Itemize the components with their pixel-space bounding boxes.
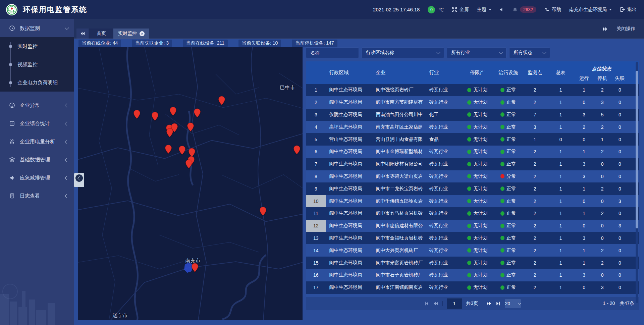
map-roads-decoration	[78, 47, 303, 320]
cell-offline: 0	[611, 133, 629, 146]
tab-首页[interactable]: 首页	[89, 29, 113, 39]
prev-page-button[interactable]	[433, 301, 438, 306]
table-row[interactable]: 14阆中生态环境局阆中大兴页岩机砖厂砖瓦行业无计划正常21120	[306, 244, 639, 257]
log-view-icon	[9, 193, 15, 199]
forward-tabs-icon[interactable]	[603, 26, 608, 32]
status-select[interactable]: 所有状态	[509, 47, 550, 58]
sidebar-item-power-analysis[interactable]: 企业用电量分析	[0, 132, 74, 151]
map[interactable]: 巴中市 南充市 遂宁市	[78, 47, 303, 320]
cell-stopped: 0	[594, 220, 611, 232]
cell-total-meter: 1	[547, 220, 574, 232]
table-row[interactable]: 11阆中生态环境局阆中市五马桥页岩机砖砖瓦行业无计划正常21120	[306, 207, 639, 220]
map-marker[interactable]	[293, 145, 301, 156]
map-marker[interactable]	[260, 207, 267, 217]
sidebar-subitem[interactable]: 实时监控	[0, 37, 74, 55]
sidebar-item-base-data[interactable]: 基础数据管理	[0, 151, 74, 169]
sidebar-item-emergency-reduction[interactable]: 应急减排管理	[0, 169, 74, 187]
notification-area[interactable]: 2632	[513, 6, 536, 13]
sidebar-item-data-monitor[interactable]: 数据监测	[0, 19, 74, 37]
table-row[interactable]: 18南部生态环境局南部县砌化小河有限公建材加工无计划正常60060	[306, 294, 639, 297]
city-label-suining: 遂宁市	[113, 313, 128, 319]
map-marker[interactable]	[192, 263, 199, 274]
map-marker[interactable]	[165, 145, 172, 155]
status-dot-green	[467, 137, 471, 142]
help-button[interactable]: 帮助	[544, 7, 561, 13]
close-operations-button[interactable]: 关闭操作	[616, 26, 635, 32]
table-row[interactable]: 6阆中生态环境局阆中市金博瑞新型墙材砖瓦行业无计划正常21120	[306, 146, 639, 158]
table-row[interactable]: 7阆中生态环境局阆中明阳建材有限公司砖瓦行业无计划正常21300	[306, 158, 639, 170]
theme-dropdown[interactable]: 主题	[477, 7, 491, 13]
cell-index: 1	[306, 84, 326, 96]
cell-running: 0	[574, 96, 594, 109]
table-row[interactable]: 8阆中生态环境局阆中市枣碧大梁山页岩砖瓦行业无计划异常21300	[306, 170, 639, 183]
page-input[interactable]	[447, 299, 462, 309]
cell-industry: 砖瓦行业	[426, 281, 461, 294]
top-header: 环保用电监管系统 2021-02-25 17:46:18 0 ℃ 全屏 主题 2…	[0, 0, 644, 19]
name-search-input[interactable]	[306, 47, 359, 58]
table-row[interactable]: 13阆中生态环境局阆中市金福旺页岩机砖砖瓦行业无计划正常21300	[306, 232, 639, 245]
table-row[interactable]: 9阆中生态环境局阆中市二龙长宝页岩砖砖瓦行业无计划正常21120	[306, 182, 639, 195]
cell-running: 3	[574, 158, 594, 170]
cell-stop-production: 无计划	[461, 109, 494, 121]
status-dot-green	[467, 125, 471, 129]
map-marker[interactable]	[185, 159, 193, 170]
table-row[interactable]: 16阆中生态环境局阆中市石子页岩机砖厂砖瓦行业无计划正常21300	[306, 269, 639, 281]
table-row[interactable]: 2阆中生态环境局阆中市南方节能建材有砖瓦行业无计划正常21030	[306, 96, 639, 109]
sidebar-subitem[interactable]: 视频监控	[0, 55, 74, 73]
mute-speaker-icon[interactable]	[499, 7, 504, 12]
next-page-button[interactable]	[486, 301, 492, 306]
map-marker[interactable]	[218, 96, 225, 107]
table-row[interactable]: 3仪陇生态环境局西南油气田分公司川中化工无计划正常71350	[306, 109, 639, 121]
cell-running: 0	[574, 294, 594, 297]
table-row[interactable]: 17阆中生态环境局阆中市江南镇阆南页岩砖瓦行业无计划正常21030	[306, 281, 639, 294]
region-select[interactable]: 行政区域名称	[362, 47, 444, 58]
collapse-tabs-button[interactable]	[76, 29, 89, 39]
sidebar-item-log-view[interactable]: 日志查看	[0, 187, 74, 205]
stat-item: 当前失联企业: 3	[132, 40, 172, 47]
map-marker[interactable]	[187, 122, 194, 133]
cell-stop-production: 无计划	[461, 244, 494, 257]
scrollbar-thumb[interactable]	[636, 71, 638, 228]
map-collapse-toggle[interactable]	[74, 173, 84, 187]
map-marker[interactable]	[179, 146, 186, 156]
status-dot-green	[467, 273, 471, 277]
last-page-button[interactable]	[496, 301, 501, 306]
map-marker[interactable]	[166, 128, 173, 139]
industry-select[interactable]: 所有行业	[447, 47, 506, 58]
map-marker[interactable]	[133, 110, 141, 120]
cell-stop-production: 无计划	[461, 269, 494, 281]
cell-total-meter: 1	[547, 170, 574, 183]
cell-region: 阆中生态环境局	[326, 146, 373, 158]
tab-实时监控[interactable]: 实时监控×	[113, 29, 149, 39]
cell-monitor-points: 2	[522, 232, 547, 245]
org-dropdown[interactable]: 南充市生态环境局	[569, 7, 612, 13]
map-marker[interactable]	[194, 108, 201, 119]
table-row[interactable]: 10阆中生态环境局阆中千佛镇五郎垭页岩砖瓦行业无计划正常21003	[306, 195, 639, 207]
table-row[interactable]: 5营山生态环境局营山县润丰肉食品有限食品无计划正常10010	[306, 133, 639, 146]
first-page-button[interactable]	[424, 301, 429, 306]
table-scrollbar[interactable]	[636, 62, 638, 303]
table-row[interactable]: 1阆中生态环境局阆中强锐页岩砖厂砖瓦行业无计划正常21120	[306, 84, 639, 96]
cell-stop-production: 无计划	[461, 182, 494, 195]
table-row[interactable]: 4高坪生态环境局南充市高坪区王家店建砖瓦行业无计划正常31220	[306, 121, 639, 133]
enterprise-stats-icon	[9, 120, 15, 126]
sidebar-subitem[interactable]: 企业电力负荷明细	[0, 73, 74, 92]
map-marker[interactable]	[170, 107, 177, 117]
table-row[interactable]: 12阆中生态环境局阆中市忠信建材有限公砖瓦行业无计划正常21003	[306, 220, 639, 232]
table-body: 1阆中生态环境局阆中强锐页岩砖厂砖瓦行业无计划正常211202阆中生态环境局阆中…	[306, 84, 639, 297]
fullscreen-button[interactable]: 全屏	[452, 7, 469, 13]
sidebar-item-enterprise-abnormal[interactable]: 企业异常	[0, 96, 74, 114]
cell-offline: 0	[611, 244, 629, 257]
cell-company: 阆中市金福旺页岩机砖	[373, 232, 426, 245]
stat-item: 当前在线企业: 44	[78, 40, 121, 47]
page-size-select[interactable]: 20	[505, 299, 521, 308]
cell-stopped: 0	[594, 195, 611, 207]
close-icon[interactable]: ×	[140, 31, 145, 36]
logout-button[interactable]: 退出	[620, 7, 637, 13]
sidebar-subitem-label: 实时监控	[17, 43, 38, 50]
sidebar-item-enterprise-stats[interactable]: 企业综合统计	[0, 114, 74, 132]
cell-offline: 0	[611, 232, 629, 245]
map-marker[interactable]	[152, 112, 159, 122]
cell-stop-production: 无计划	[461, 170, 494, 183]
table-row[interactable]: 15阆中生态环境局阆中市光富页岩机砖厂砖瓦行业无计划正常21120	[306, 257, 639, 269]
